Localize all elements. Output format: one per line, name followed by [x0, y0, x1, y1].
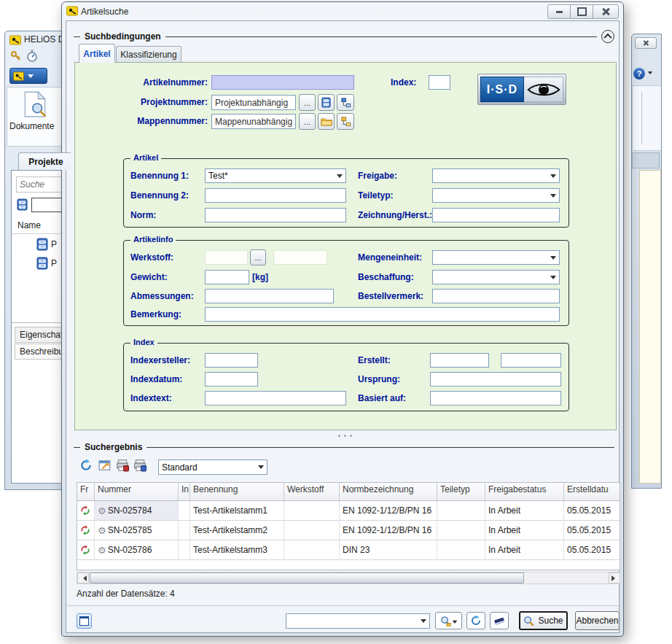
cell-text: SN-025784	[108, 505, 152, 516]
arrow-left-icon	[80, 575, 87, 581]
workflow-status-icon	[80, 505, 90, 516]
scroll-right-button[interactable]	[609, 573, 620, 583]
gewicht-input[interactable]	[205, 270, 249, 284]
panel-strip	[632, 85, 662, 151]
norm-input[interactable]	[205, 208, 346, 222]
projekt-browse-button[interactable]: ...	[299, 94, 316, 111]
tree-item-project-2[interactable]: P	[36, 257, 57, 270]
suchbedingungen-header: Suchbedingungen	[74, 30, 614, 43]
col-header-freigabestatus[interactable]: Freigabestatus	[485, 483, 564, 501]
table-row[interactable]: ⚙SN-025786 Test-Artikelstamm3 DIN 23 In …	[77, 540, 620, 560]
tab-projekte[interactable]: Projekte	[18, 152, 71, 170]
werkstoff-cell	[284, 501, 340, 521]
close-button[interactable]	[635, 37, 657, 49]
indexdatum-label: Indexdatum:	[130, 374, 182, 384]
key-icon[interactable]	[10, 50, 22, 62]
refresh-button[interactable]	[466, 612, 485, 629]
bestellvermerk-input[interactable]	[432, 289, 560, 303]
col-header-werkstoff[interactable]: Werkstoff	[284, 483, 340, 501]
werkstoff-name-input[interactable]	[273, 250, 327, 265]
collapse-section-button[interactable]	[601, 30, 614, 43]
suche-button-label: Suche	[538, 616, 563, 626]
mappe-select-button[interactable]	[318, 113, 335, 130]
col-header-erstelldatum[interactable]: Erstelldatu	[564, 483, 620, 501]
abbrechen-button[interactable]: Abbrechen	[575, 611, 620, 630]
results-refresh-button[interactable]	[79, 459, 95, 475]
werkstoff-input[interactable]	[205, 250, 248, 265]
dialog-title-bar[interactable]: Artikelsuche	[62, 2, 625, 20]
maximize-button[interactable]	[570, 4, 593, 19]
status-cell: In Arbeit	[485, 501, 564, 521]
helios-app-icon	[9, 34, 21, 46]
projektnummer-input[interactable]	[211, 95, 296, 110]
suche-button[interactable]: Suche	[519, 611, 568, 630]
mappe-structure-button[interactable]	[337, 113, 354, 130]
indextext-input[interactable]	[205, 391, 346, 406]
col-header-nummer[interactable]: Nummer	[95, 483, 179, 501]
mappennummer-input[interactable]	[211, 114, 296, 129]
col-header-benennung[interactable]: Benennung	[190, 483, 284, 501]
col-header-in[interactable]: In	[179, 483, 190, 501]
combo-value: Standard	[162, 462, 258, 473]
erstellt-bis-input[interactable]	[501, 353, 561, 368]
zeichnung-input[interactable]	[432, 208, 560, 222]
teiletyp-cell	[437, 521, 485, 540]
clear-button[interactable]	[490, 612, 509, 629]
table-row[interactable]: ⚙SN-025785 Test-Artikelstamm2 EN 1092-1/…	[77, 521, 620, 540]
export-results-button[interactable]	[98, 459, 114, 475]
tree-item-label: P	[51, 258, 57, 268]
teiletyp-combo[interactable]	[432, 188, 560, 203]
benennung-cell: Test-Artikelstamm1	[190, 501, 284, 521]
projekt-structure-button[interactable]	[337, 94, 354, 111]
erstellt-von-input[interactable]	[430, 353, 489, 368]
tree-item-project-1[interactable]: P	[36, 238, 57, 251]
eye-icon	[524, 77, 563, 102]
close-button[interactable]	[593, 4, 619, 19]
mappe-browse-button[interactable]: ...	[299, 113, 316, 130]
scrollbar-thumb[interactable]	[90, 573, 524, 583]
minimize-button[interactable]	[547, 4, 571, 19]
abmessungen-input[interactable]	[205, 289, 334, 303]
beschaffung-combo[interactable]	[432, 270, 560, 284]
result-view-combo[interactable]: Standard	[158, 459, 267, 475]
scroll-left-button[interactable]	[77, 573, 89, 583]
index-input[interactable]	[429, 75, 450, 90]
werkstoff-browse-button[interactable]: ...	[250, 249, 266, 265]
help-button[interactable]: ?	[633, 68, 653, 79]
chevron-down-icon	[550, 174, 556, 181]
indexersteller-input[interactable]	[205, 353, 258, 368]
tab-artikel[interactable]: Artikel	[79, 44, 115, 63]
window-mode-button[interactable]	[77, 613, 92, 629]
print-button[interactable]	[116, 459, 132, 475]
bemerkung-input[interactable]	[205, 307, 560, 322]
workflow-status-icon	[80, 525, 90, 535]
splitter-handle[interactable]	[338, 435, 352, 437]
benennung2-input[interactable]	[205, 188, 346, 203]
table-row[interactable]: ⚙SN-025784 Test-Artikelstamm1 EN 1092-1/…	[77, 501, 620, 521]
indexdatum-input[interactable]	[205, 372, 258, 387]
section-label: Suchergebnis	[85, 442, 142, 452]
save-search-button[interactable]	[435, 612, 462, 629]
quick-search-combo[interactable]	[286, 613, 430, 629]
projekt-select-button[interactable]	[318, 94, 335, 111]
basiert-auf-input[interactable]	[430, 391, 561, 406]
col-header-fr[interactable]: Fr	[77, 483, 95, 501]
col-header-normbezeichnung[interactable]: Normbezeichnung	[340, 483, 437, 501]
horizontal-scrollbar[interactable]	[77, 572, 620, 584]
name-column-header[interactable]: Name	[17, 220, 41, 230]
print-list-button[interactable]	[133, 459, 149, 475]
stopwatch-icon[interactable]	[26, 50, 38, 62]
artikelsuche-dialog: Artikelsuche Suchbedingungen Artikel Kla…	[61, 1, 624, 637]
nummer-cell: ⚙SN-025785	[95, 521, 179, 540]
artikelnummer-input[interactable]	[211, 75, 354, 90]
mengeneinheit-combo[interactable]	[432, 250, 560, 265]
ursprung-input[interactable]	[430, 372, 561, 387]
col-header-teiletyp[interactable]: Teiletyp	[437, 483, 485, 501]
tab-klassifizierung[interactable]: Klassifizierung	[116, 46, 181, 63]
benennung1-combo[interactable]: Test*	[205, 168, 346, 183]
freigabe-combo[interactable]	[432, 168, 560, 183]
document-search-icon[interactable]	[23, 90, 47, 118]
application-menu-button[interactable]	[9, 68, 47, 84]
refresh-icon	[470, 615, 482, 626]
dokumente-ribbon-button[interactable]: Dokumente	[9, 121, 54, 131]
